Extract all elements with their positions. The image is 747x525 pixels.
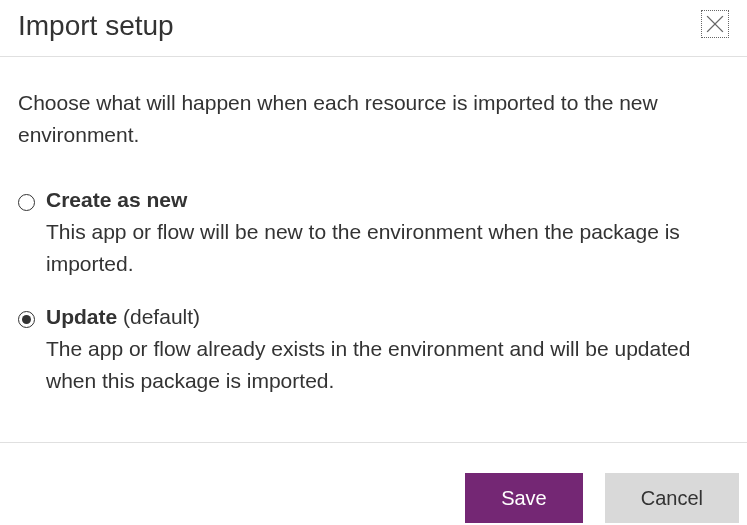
option-update: Update (default) The app or flow already… bbox=[18, 305, 729, 396]
option-label-bold: Create as new bbox=[46, 188, 187, 211]
close-icon bbox=[706, 15, 724, 33]
save-button[interactable]: Save bbox=[465, 473, 583, 523]
import-setup-dialog: Import setup Choose what will happen whe… bbox=[0, 0, 747, 525]
dialog-title: Import setup bbox=[18, 10, 174, 42]
radio-wrap bbox=[18, 305, 46, 328]
radio-wrap bbox=[18, 188, 46, 211]
option-desc-update: The app or flow already exists in the en… bbox=[46, 333, 729, 396]
cancel-button[interactable]: Cancel bbox=[605, 473, 739, 523]
option-text: Create as new This app or flow will be n… bbox=[46, 188, 729, 279]
option-create-as-new: Create as new This app or flow will be n… bbox=[18, 188, 729, 279]
dialog-footer: Save Cancel bbox=[0, 443, 747, 525]
option-label-bold: Update bbox=[46, 305, 117, 328]
option-desc-create: This app or flow will be new to the envi… bbox=[46, 216, 729, 279]
instructions-text: Choose what will happen when each resour… bbox=[18, 87, 729, 150]
option-label-create: Create as new bbox=[46, 188, 729, 212]
radio-update[interactable] bbox=[18, 311, 35, 328]
dialog-content: Choose what will happen when each resour… bbox=[0, 57, 747, 443]
option-label-update: Update (default) bbox=[46, 305, 729, 329]
radio-create-as-new[interactable] bbox=[18, 194, 35, 211]
option-text: Update (default) The app or flow already… bbox=[46, 305, 729, 396]
option-label-suffix: (default) bbox=[117, 305, 200, 328]
dialog-header: Import setup bbox=[0, 0, 747, 57]
close-button[interactable] bbox=[701, 10, 729, 38]
